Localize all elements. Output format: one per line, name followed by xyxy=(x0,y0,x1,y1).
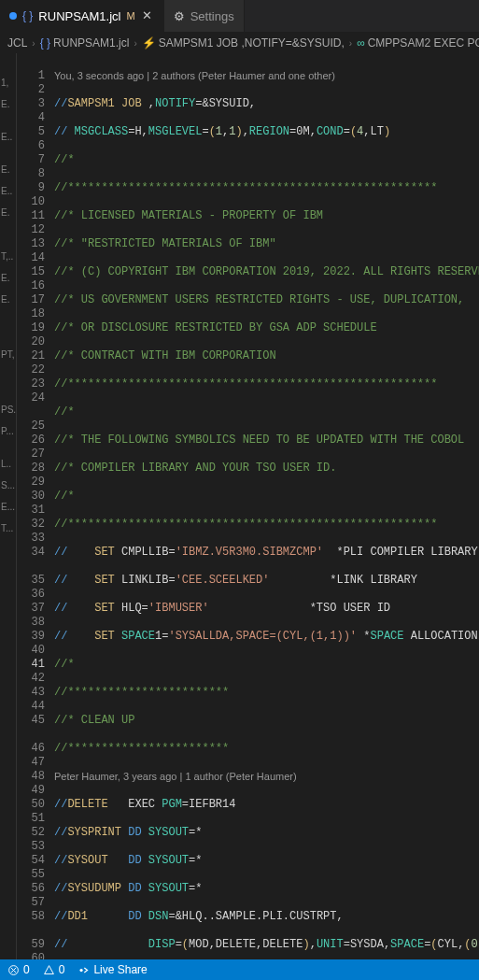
editor-left-edge: 1,E. E..E. E..E. T,..E. E. PT, PS.. P...… xyxy=(0,53,17,959)
breadcrumb-seg[interactable]: CMPPSAM2 EXEC PGM= xyxy=(368,36,479,50)
codelens[interactable]: Peter Haumer, 3 years ago | 1 author (Pe… xyxy=(54,770,479,784)
tab-label: RUNPSAM1.jcl xyxy=(38,9,120,23)
chevron-right-icon: › xyxy=(349,38,352,49)
line-gutter: 12345678910 11121314151617181920 2122232… xyxy=(17,53,54,959)
tabs-bar: { } RUNPSAM1.jcl M ✕ ⚙ Settings xyxy=(0,0,479,33)
breadcrumb-seg[interactable]: SAMPSM1 JOB ,NOTIFY=&SYSUID, xyxy=(159,36,345,50)
code-editor[interactable]: 12345678910 11121314151617181920 2122232… xyxy=(17,53,479,959)
status-warnings[interactable]: 0 xyxy=(43,963,65,976)
warning-icon xyxy=(43,964,55,976)
status-bar: 0 0 Live Share xyxy=(0,959,479,980)
svg-point-1 xyxy=(80,968,83,971)
error-icon xyxy=(7,964,20,976)
gear-icon: ⚙ xyxy=(174,9,185,23)
breadcrumb[interactable]: JCL › { } RUNPSAM1.jcl › ⚡ SAMPSM1 JOB ,… xyxy=(0,33,479,53)
loop-icon: ∞ xyxy=(357,36,365,50)
breadcrumb-seg[interactable]: JCL xyxy=(7,36,27,50)
jcl-file-icon: { } xyxy=(22,9,33,22)
tab-runpsam1[interactable]: { } RUNPSAM1.jcl M ✕ xyxy=(0,0,164,32)
bolt-icon: ⚡ xyxy=(142,36,156,50)
breadcrumb-seg[interactable]: RUNPSAM1.jcl xyxy=(53,36,129,50)
tab-settings[interactable]: ⚙ Settings xyxy=(164,0,245,32)
active-indicator-icon xyxy=(9,12,17,20)
status-errors[interactable]: 0 xyxy=(7,963,30,976)
close-icon[interactable]: ✕ xyxy=(141,9,154,22)
chevron-right-icon: › xyxy=(32,38,35,49)
chevron-right-icon: › xyxy=(134,38,136,49)
modified-indicator: M xyxy=(126,10,134,21)
jcl-file-icon: { } xyxy=(40,36,50,50)
status-liveshare[interactable]: Live Share xyxy=(77,963,147,976)
codelens[interactable]: You, 3 seconds ago | 2 authors (Peter Ha… xyxy=(54,69,479,83)
code-content[interactable]: You, 3 seconds ago | 2 authors (Peter Ha… xyxy=(54,53,479,959)
liveshare-icon xyxy=(77,964,90,976)
tab-label: Settings xyxy=(190,9,234,23)
